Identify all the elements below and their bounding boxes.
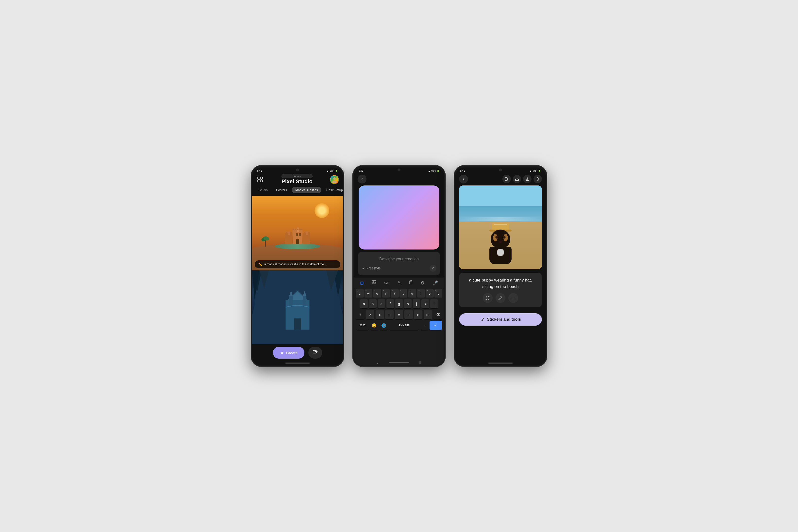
numbers-key[interactable]: ?123	[356, 321, 369, 330]
key-h[interactable]: h	[404, 299, 412, 308]
keyboard-expand-icon[interactable]: ⊞	[419, 361, 422, 364]
title-block: Preview Pixel Studio	[282, 174, 312, 185]
svg-point-53	[483, 318, 484, 319]
key-b[interactable]: b	[404, 310, 413, 319]
key-8[interactable]: 8i	[417, 289, 425, 298]
svg-rect-16	[304, 232, 305, 235]
back-button-2[interactable]: ‹	[358, 175, 366, 184]
key-4[interactable]: 4r	[382, 289, 390, 298]
app-header-1: Preview Pixel Studio	[252, 173, 343, 187]
svg-point-46	[363, 268, 364, 269]
key-3[interactable]: 3e	[373, 289, 381, 298]
key-a[interactable]: a	[360, 299, 368, 308]
download-button[interactable]	[523, 175, 532, 183]
key-d[interactable]: d	[378, 299, 385, 308]
kb-text-icon[interactable]: 𝙰	[398, 280, 401, 285]
space-key[interactable]: EN • DE	[389, 321, 419, 330]
kb-gif-icon[interactable]: GIF	[384, 281, 390, 285]
send-key[interactable]: ✓	[430, 321, 442, 330]
kb-image-icon[interactable]	[372, 280, 377, 286]
status-icons-1: ▲ WiFi 🔋	[327, 170, 338, 172]
gallery-icon[interactable]	[256, 176, 264, 184]
key-v[interactable]: v	[395, 310, 403, 319]
tab-magical-castles[interactable]: Magical Castles	[292, 187, 321, 193]
action-buttons	[502, 175, 542, 183]
phone-3: 9:41 ▲ WiFi 🔋 ‹	[454, 165, 547, 367]
keyboard-area: ⊞ GIF 𝙰	[354, 278, 444, 365]
image-feed: ✏️ a magical magestic castle in the midd…	[252, 196, 343, 344]
key-z[interactable]: z	[366, 310, 374, 319]
key-2[interactable]: 2w	[364, 289, 373, 298]
tab-studio[interactable]: Studio	[255, 187, 271, 193]
delete-button[interactable]	[533, 175, 542, 183]
more-options-button[interactable]: ···	[508, 293, 518, 303]
key-n[interactable]: n	[414, 310, 422, 319]
user-avatar[interactable]	[330, 175, 339, 184]
key-5[interactable]: 5t	[391, 289, 399, 298]
stickers-tools-button[interactable]: Stickers and tools	[459, 313, 542, 326]
freestyle-row: Freestyle ✓	[362, 265, 436, 272]
key-f[interactable]: f	[386, 299, 394, 308]
ice-cave-svg	[252, 270, 343, 345]
header-3: ‹	[455, 173, 546, 186]
confirm-icon[interactable]: ✓	[430, 265, 436, 272]
ice-bg	[252, 270, 343, 345]
share-button[interactable]	[513, 175, 521, 183]
kb-emoji-grid-icon[interactable]: ⊞	[360, 280, 364, 286]
dog-hat	[492, 223, 509, 230]
edit-button[interactable]	[496, 293, 506, 303]
svg-rect-23	[295, 229, 296, 230]
key-6[interactable]: 6y	[399, 289, 407, 298]
backspace-key[interactable]: ⌫	[433, 310, 443, 319]
key-l[interactable]: l	[430, 299, 438, 308]
key-g[interactable]: g	[395, 299, 403, 308]
gradient-preview	[359, 186, 439, 249]
key-k[interactable]: k	[421, 299, 429, 308]
svg-rect-22	[292, 229, 294, 230]
shift-key[interactable]: ⇧	[355, 310, 365, 319]
sun	[315, 203, 329, 218]
tab-desk-setups[interactable]: Desk Setups	[323, 187, 343, 193]
back-button-3[interactable]: ‹	[459, 175, 468, 184]
period-key[interactable]: .	[420, 321, 428, 330]
header-2: ‹	[354, 173, 444, 186]
image-add-button[interactable]	[308, 347, 322, 359]
dog-eyes	[495, 236, 506, 239]
app-title: Pixel Studio	[282, 178, 312, 185]
bottom-row: ?123 😊 🌐 EN • DE . ✓	[355, 321, 443, 330]
kb-mic-icon[interactable]: 🎤	[433, 280, 438, 286]
svg-rect-2	[258, 180, 260, 182]
description-area[interactable]: Describe your creation Freestyle ✓	[358, 252, 440, 275]
svg-rect-17	[306, 231, 308, 235]
spacer	[455, 328, 546, 361]
kb-clipboard-icon[interactable]	[408, 280, 413, 286]
phone-2: 9:41 ▲ WiFi 🔋 ‹ Describe your creation	[352, 165, 446, 367]
desert-castle-image[interactable]: ✏️ a magical magestic castle in the midd…	[252, 196, 343, 270]
regenerate-button[interactable]	[483, 293, 493, 303]
ice-castle-image[interactable]	[252, 270, 343, 345]
key-s[interactable]: s	[369, 299, 377, 308]
key-c[interactable]: c	[385, 310, 394, 319]
key-m[interactable]: m	[424, 310, 432, 319]
emoji-key[interactable]: 😊	[370, 321, 378, 330]
keyboard-bottom: ⌄ ⊞	[354, 360, 444, 365]
svg-point-5	[333, 177, 336, 180]
create-button[interactable]: Create	[273, 347, 305, 359]
svg-rect-1	[260, 177, 263, 179]
tab-posters[interactable]: Posters	[273, 187, 290, 193]
globe-key[interactable]: 🌐	[380, 321, 388, 330]
castle-bg	[252, 196, 343, 270]
svg-rect-24	[297, 229, 299, 230]
kb-settings-icon[interactable]: ⚙	[421, 280, 424, 286]
phone-1: 9:41 ▲ WiFi 🔋 Prev	[251, 165, 344, 367]
key-9[interactable]: 9o	[425, 289, 434, 298]
copy-button[interactable]	[502, 175, 511, 183]
status-time-1: 9:41	[257, 169, 262, 172]
key-7[interactable]: 7u	[408, 289, 416, 298]
key-j[interactable]: j	[413, 299, 420, 308]
status-icons-3: ▲ WiFi 🔋	[530, 170, 541, 172]
keyboard-down-icon[interactable]: ⌄	[376, 361, 379, 364]
key-x[interactable]: x	[376, 310, 384, 319]
key-0[interactable]: 0p	[435, 289, 442, 298]
key-1[interactable]: 1q	[356, 289, 364, 298]
